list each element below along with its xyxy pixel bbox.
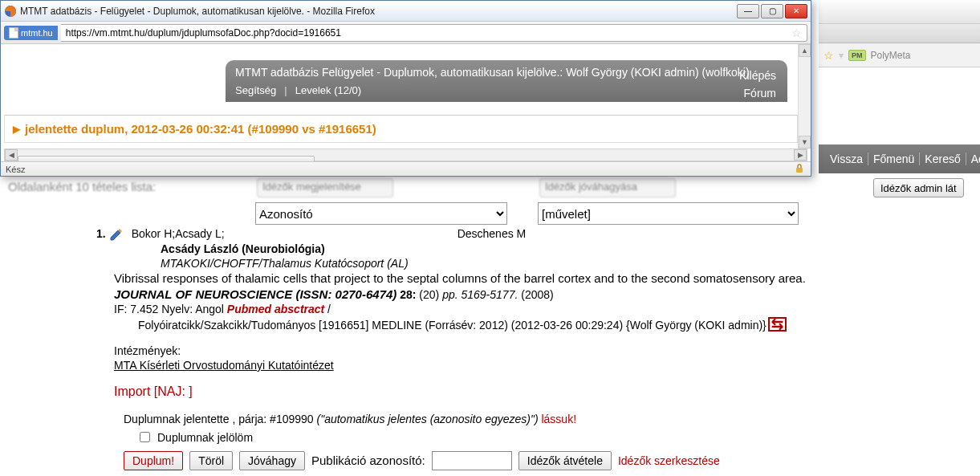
caret-right-icon: ▶ <box>13 124 20 135</box>
duplum-report-text: Duplumnak jelentette , párja: #109990 <box>124 413 317 425</box>
nav-fomenu[interactable]: Főmenü <box>868 153 914 165</box>
affiliation: MTAKOKI/CHOFTF/Thalamus Kutatócsoport (A… <box>161 256 969 271</box>
close-button[interactable]: ✕ <box>785 4 807 18</box>
address-bar: mtmt.hu https://vm.mtmt.hu/duplum/jduplu… <box>1 22 811 44</box>
institution-link[interactable]: MTA Kísérleti Orvostudományi Kutatóintéz… <box>114 359 334 372</box>
polymeta-icon[interactable]: PM <box>848 50 866 61</box>
window-title: MTMT adatbázis - Felügyelet - Duplumok, … <box>20 6 737 17</box>
rear-toolbar: ☆ ▾ PM PolyMeta <box>819 43 980 67</box>
duplicate-alert-text: jelentette duplum, 2012-03-26 00:32:41 (… <box>25 122 376 136</box>
duplum-checkbox-label: Duplumnak jelölöm <box>157 430 253 445</box>
svg-rect-1 <box>796 168 803 173</box>
scroll-up-arrow[interactable]: ▲ <box>799 44 811 57</box>
help-link[interactable]: Segítség <box>235 83 276 98</box>
btn-jovahagy[interactable]: Jóváhagy <box>239 451 305 470</box>
pages: pp. 5169-5177. <box>442 288 518 301</box>
dropdown-muvelet[interactable]: [művelet] <box>538 202 799 225</box>
lock-icon <box>795 164 806 175</box>
bookmark-star-icon[interactable]: ☆ <box>791 26 802 39</box>
maximize-button[interactable]: ▢ <box>761 4 783 18</box>
btn-duplum[interactable]: Duplum! <box>124 451 183 470</box>
btn-torol[interactable]: Töröl <box>189 451 233 470</box>
merge-icon[interactable]: ⇆ <box>768 317 787 332</box>
status-text: Kész <box>6 165 25 174</box>
pub-id-label: Publikáció azonosító: <box>311 453 425 469</box>
status-bar: Kész <box>1 161 811 176</box>
favorites-star-icon[interactable]: ☆ <box>823 49 834 62</box>
nav-vissza[interactable]: Vissza <box>825 153 863 165</box>
url-field[interactable]: https://vm.mtmt.hu/duplum/jduplumsofaDoc… <box>61 24 807 42</box>
volume: 28: <box>396 288 416 301</box>
popup-window: MTMT adatbázis - Felügyelet - Duplumok, … <box>0 0 811 177</box>
duplum-report-note: ("automatikus jelentes (azonosito egyeze… <box>317 413 539 425</box>
app-header-banner: MTMT adatbázis Felügyelet - Duplumok, au… <box>226 60 787 102</box>
scroll-down-arrow[interactable]: ▼ <box>799 136 811 148</box>
scroll-right-arrow[interactable]: ▶ <box>794 149 807 161</box>
nav-kereso[interactable]: Kereső <box>919 153 960 165</box>
record-meta: Folyóiratcikk/Szakcikk/Tudományos [19166… <box>138 319 767 332</box>
btn-idezok-megjelenitese[interactable]: Idézők megjelenítése <box>257 178 393 197</box>
btn-idezok-admin[interactable]: Idézők admin lát <box>873 178 964 197</box>
if-suffix: / <box>324 303 331 315</box>
polymeta-label[interactable]: PolyMeta <box>871 50 911 61</box>
authors-right: Deschenes M <box>457 227 527 240</box>
page-icon <box>9 27 18 39</box>
journal-name: JOURNAL OF NEUROSCIENCE (ISSN: 0270-6474… <box>114 287 396 301</box>
btn-idezok-atvetele[interactable]: Idézők átvétele <box>518 451 612 470</box>
if-lang-prefix: IF: 7.452 Nyelv: Angol <box>114 303 227 315</box>
rear-window-tabbar <box>819 24 980 43</box>
logout-link[interactable]: Kilépés <box>739 68 776 83</box>
duplicate-alert-row[interactable]: ▶ jelentette duplum, 2012-03-26 00:32:41… <box>4 115 798 143</box>
publication-title: Vibrissal responses of thalamic cells th… <box>114 271 969 287</box>
highlighted-author: Acsády László (Neurobiológia) <box>161 242 969 256</box>
forum-link[interactable]: Fórum <box>744 86 776 101</box>
horizontal-scrollbar[interactable]: ◀ ▶ <box>4 148 807 161</box>
vertical-scrollbar[interactable]: ▲ ▼ <box>798 44 811 148</box>
citers-edit-link[interactable]: Idézők szerkesztése <box>618 454 720 468</box>
edit-pencil-icon[interactable] <box>109 227 124 242</box>
dropdown-azonosito[interactable]: Azonosító <box>255 202 507 225</box>
import-info: Import [NAJ: ] <box>114 384 969 401</box>
institutions-label: Intézmények: <box>114 344 969 358</box>
list-config-label: Oldalanként 10 tételes lista: <box>8 180 156 193</box>
firefox-icon <box>4 5 17 18</box>
minimize-button[interactable]: — <box>737 4 759 18</box>
duplum-checkbox[interactable] <box>140 432 150 442</box>
lassuk-link[interactable]: lássuk! <box>539 413 576 425</box>
pub-id-input[interactable] <box>432 451 512 470</box>
issue: (20) <box>416 288 442 301</box>
item-number: 1. <box>96 227 106 240</box>
pubmed-abstract-link[interactable]: Pubmed absctract <box>227 303 324 315</box>
nav-ad[interactable]: Ad <box>966 153 980 165</box>
rear-nav-bar: Vissza Főmenü Kereső Ad <box>819 144 980 173</box>
year: (2008) <box>518 288 553 301</box>
banner-title: MTMT adatbázis Felügyelet - Duplumok, au… <box>235 65 778 80</box>
window-titlebar[interactable]: MTMT adatbázis - Felügyelet - Duplumok, … <box>1 1 811 22</box>
site-identity-badge[interactable]: mtmt.hu <box>4 26 58 40</box>
messages-link[interactable]: Levelek (12/0) <box>295 83 361 98</box>
authors-left: Bokor H;Acsady L; <box>132 227 225 240</box>
scroll-left-arrow[interactable]: ◀ <box>5 149 18 161</box>
rear-window-titlebar <box>819 0 980 24</box>
btn-idezok-jovahagyasa[interactable]: Idézők jóváhagyása <box>539 178 676 197</box>
